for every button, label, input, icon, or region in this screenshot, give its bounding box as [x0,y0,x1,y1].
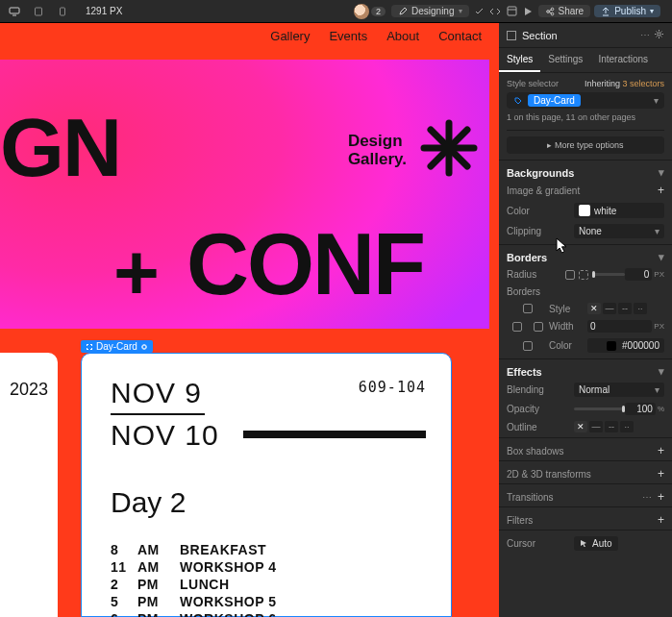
outline-solid[interactable]: — [589,421,603,432]
more-icon[interactable]: ⋯ [640,30,650,40]
border-style-label: Style [549,304,587,314]
schedule-row: 2PMLUNCH [111,577,422,592]
color-swatch[interactable] [607,341,616,351]
border-edge-picker[interactable] [523,341,533,351]
add-transition-button[interactable]: + [658,490,664,504]
settings-gear-icon[interactable] [654,29,664,41]
schedule: 8AMBREAKFAST 11AMWORKSHOP 4 2PMLUNCH 5PM… [111,542,422,617]
bg-color-label: Color [507,206,574,216]
border-style-dotted[interactable]: ·· [634,303,647,314]
hero-text-plus: + [113,227,158,317]
add-transform-button[interactable]: + [658,467,664,481]
cursor-select[interactable]: Auto [574,536,618,551]
effects-header[interactable]: Effects [507,366,542,378]
panel-header: Section ⋯ [499,23,672,48]
radius-uniform-icon[interactable] [565,270,575,280]
radius-label: Radius [507,269,565,280]
border-color-field[interactable]: #000000 [587,338,664,353]
selector-note: 1 on this page, 11 on other pages [507,109,664,126]
publish-button[interactable]: Publish ▾ [594,5,660,17]
style-selector-label: Style selector [507,79,559,88]
avatar-count[interactable]: 2 [371,7,386,16]
transitions-label[interactable]: Transitions [507,492,642,503]
blending-select[interactable]: Normal▾ [574,383,664,397]
day-card[interactable]: NOV 9 NOV 10 609-104 Day 2 8AMBREAKFAST … [81,353,452,617]
opacity-slider[interactable] [574,407,625,410]
more-type-options[interactable]: ▸ More type options [507,136,664,154]
add-filter-button[interactable]: + [658,513,664,527]
style-panel: Section ⋯ Styles Settings Interactions S… [499,23,672,617]
panel-tabs: Styles Settings Interactions [499,48,672,73]
tab-interactions[interactable]: Interactions [590,48,656,72]
outline-dotted[interactable]: ·· [620,421,634,432]
avatar[interactable] [354,4,369,19]
border-width-label: Width [549,321,587,332]
clipping-label: Clipping [507,226,574,236]
svg-point-12 [658,33,660,36]
hero-text-gn: GN [0,100,120,195]
add-box-shadow-button[interactable]: + [658,444,664,457]
nav-events[interactable]: Events [329,29,367,43]
borders-header[interactable]: Borders [507,252,547,263]
nav-contact[interactable]: Contact [438,29,482,43]
code-icon[interactable] [489,5,502,17]
prev-day-card: 2023 [0,353,58,617]
blending-label: Blending [507,384,574,395]
chevron-down-icon[interactable]: ▾ [659,166,664,179]
box-shadows-label[interactable]: Box shadows [507,446,658,457]
svg-rect-3 [508,7,516,15]
check-icon[interactable] [473,5,485,17]
clipping-select[interactable]: None▾ [574,224,664,238]
more-icon[interactable]: ⋯ [642,492,652,503]
nav-gallery[interactable]: Gallery [270,29,310,43]
border-edge-picker[interactable] [523,304,533,313]
color-swatch[interactable] [579,205,590,216]
svg-rect-1 [35,8,41,15]
opacity-input[interactable]: 100 [625,403,656,415]
transforms-label[interactable]: 2D & 3D transforms [507,469,658,480]
border-style-none[interactable]: ✕ [587,303,601,314]
day-title: Day 2 [111,486,422,519]
play-icon[interactable] [522,5,535,17]
border-style-dashed[interactable]: -- [618,303,632,314]
svg-rect-2 [60,8,64,15]
share-button[interactable]: Share [538,5,591,17]
radius-individual-icon[interactable] [579,270,588,280]
radius-input[interactable]: 0 [625,268,653,281]
canvas[interactable]: Gallery Events About Contact Design Gall… [0,23,499,617]
selection-label[interactable]: Day-Card [81,340,153,353]
selector-field[interactable]: Day-Card ▾ [507,92,664,109]
date-divider [111,413,205,415]
border-edge-picker[interactable] [512,322,522,332]
schedule-row: 5PMWORKSHOP 5 [111,594,422,609]
tab-settings[interactable]: Settings [540,48,590,72]
borders-sub-label: Borders [507,286,574,297]
inherit-link[interactable]: 3 selectors [622,79,664,88]
add-img-gradient-button[interactable]: + [658,184,664,197]
backgrounds-header[interactable]: Backgrounds [507,167,574,179]
device-desktop-icon[interactable] [8,5,20,17]
chevron-down-icon[interactable]: ▾ [659,251,664,263]
filters-label[interactable]: Filters [507,515,658,526]
selector-tag[interactable]: Day-Card [528,94,581,107]
mode-pill[interactable]: Designing ▾ [391,5,468,17]
outline-dashed[interactable]: -- [605,421,618,432]
preview-panel-icon[interactable] [506,5,518,17]
tab-styles[interactable]: Styles [499,48,540,72]
outline-none[interactable]: ✕ [574,421,587,432]
device-tablet-icon[interactable] [32,5,44,17]
nav-about[interactable]: About [386,29,419,43]
chevron-down-icon[interactable]: ▾ [650,95,662,106]
border-edge-picker[interactable] [534,322,543,332]
cursor-label: Cursor [507,538,574,549]
site-nav: Gallery Events About Contact [270,29,482,43]
border-color-label: Color [549,340,587,351]
border-style-solid[interactable]: — [603,303,616,314]
border-width-input[interactable]: 0 [587,320,652,333]
chevron-down-icon[interactable]: ▾ [659,365,664,378]
schedule-row: 11AMWORKSHOP 4 [111,559,422,575]
bg-color-field[interactable]: white [574,203,664,218]
device-mobile-icon[interactable] [56,5,68,17]
canvas-width[interactable]: 1291 PX [86,6,122,16]
opacity-label: Opacity [507,404,574,414]
